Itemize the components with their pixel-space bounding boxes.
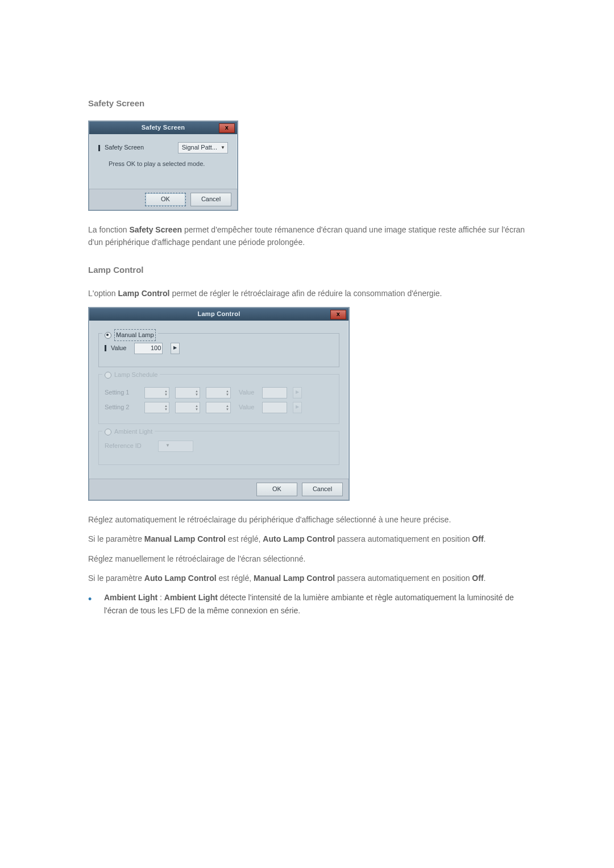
ambient-light-radio[interactable] <box>105 429 111 435</box>
cancel-button[interactable]: Cancel <box>190 193 231 206</box>
setting1-min-spinner: ▲▼ <box>175 387 200 398</box>
safety-dialog-titlebar: Safety Screen x <box>89 122 237 134</box>
safety-hint-text: Press OK to play a selected mode. <box>109 159 228 169</box>
setting1-value-label: Value <box>239 388 254 398</box>
setting1-ampm-spinner: ▲▼ <box>206 387 231 398</box>
lamp-control-intro: L'option Lamp Control permet de régler l… <box>88 287 526 300</box>
safety-dialog-title: Safety Screen <box>142 123 185 133</box>
setting2-label: Setting 2 <box>105 402 139 413</box>
reference-id-dropdown: ▼ <box>158 441 193 452</box>
slider-right-icon: ▶ <box>293 402 302 413</box>
para-auto-backlight: Réglez automatiquement le rétroéclairage… <box>88 513 526 526</box>
ok-button[interactable]: OK <box>256 483 297 496</box>
chevron-down-icon: ▼ <box>165 442 170 450</box>
setting2-value-spinner <box>262 402 287 413</box>
setting2-min-spinner: ▲▼ <box>175 402 200 413</box>
setting2-hour-spinner: ▲▼ <box>144 402 169 413</box>
lamp-schedule-radio[interactable] <box>105 372 111 379</box>
para-auto-manual-off: Si le paramètre Auto Lamp Control est ré… <box>88 572 526 584</box>
ambient-light-legend: Ambient Light <box>114 427 152 437</box>
heading-lamp-control: Lamp Control <box>88 263 526 277</box>
setting2-value-label: Value <box>239 402 254 413</box>
manual-lamp-radio[interactable] <box>105 332 111 339</box>
lamp-dialog-titlebar: Lamp Control x <box>89 308 349 321</box>
slider-right-icon: ▶ <box>293 387 302 398</box>
chevron-down-icon: ▼ <box>221 144 225 152</box>
setting1-label: Setting 1 <box>105 388 139 398</box>
lamp-dialog-title: Lamp Control <box>197 309 240 319</box>
ambient-light-bullet: Ambient Light : Ambient Light détecte l'… <box>88 591 526 617</box>
lamp-schedule-legend: Lamp Schedule <box>114 370 157 380</box>
slider-right-icon[interactable]: ▶ <box>171 343 180 354</box>
ok-button[interactable]: OK <box>145 193 186 206</box>
heading-safety-screen: Safety Screen <box>88 97 526 110</box>
safety-screen-field-label: Safety Screen <box>98 143 144 153</box>
close-icon[interactable]: x <box>330 310 346 319</box>
setting1-value-spinner <box>262 387 287 398</box>
setting2-ampm-spinner: ▲▼ <box>206 402 231 413</box>
dropdown-value: Signal Patt... <box>182 143 217 153</box>
reference-id-label: Reference ID <box>105 441 150 451</box>
para-manual-backlight: Réglez manuellement le rétroéclairage de… <box>88 553 526 565</box>
value-number: 100 <box>151 343 161 354</box>
safety-screen-dropdown[interactable]: Signal Patt... ▼ <box>178 142 228 153</box>
lamp-control-dialog: Lamp Control x Manual Lamp Value 100 ▶ <box>88 307 350 501</box>
ambient-light-group: Ambient Light Reference ID ▼ <box>98 431 339 465</box>
cancel-button[interactable]: Cancel <box>302 483 343 496</box>
lamp-schedule-group: Lamp Schedule Setting 1 ▲▼ ▲▼ ▲▼ Value ▶… <box>98 374 339 424</box>
manual-lamp-legend: Manual Lamp <box>114 329 156 342</box>
value-spinner[interactable]: 100 <box>134 343 163 354</box>
safety-screen-dialog: Safety Screen x Safety Screen Signal Pat… <box>88 121 238 211</box>
safety-screen-description: La fonction Safety Screen permet d'empêc… <box>88 223 526 249</box>
para-manual-auto-off: Si le paramètre Manual Lamp Control est … <box>88 533 526 545</box>
value-label: Value <box>105 343 126 354</box>
manual-lamp-group: Manual Lamp Value 100 ▶ <box>98 333 339 367</box>
setting1-hour-spinner: ▲▼ <box>144 387 169 398</box>
close-icon[interactable]: x <box>219 123 235 133</box>
